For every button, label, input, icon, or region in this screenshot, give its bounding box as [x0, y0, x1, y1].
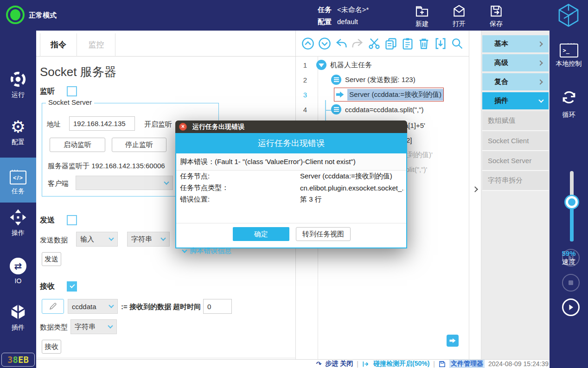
instruction-library-panel: 基本 高级 复合 插件 数组赋值 Socket Client Socket Se…: [481, 31, 550, 359]
sidebar-item-label: 操作: [0, 229, 36, 237]
mode-label: 正常模式: [29, 11, 57, 20]
local-control-button[interactable]: ···>_ 本地控制: [550, 44, 588, 68]
collapse-node-icon[interactable]: [316, 60, 326, 70]
delete-icon[interactable]: [417, 37, 430, 50]
move-up-icon[interactable]: [301, 37, 314, 50]
stop-button[interactable]: [562, 274, 580, 292]
sidebar-item-task[interactable]: ···</> 任务: [0, 158, 36, 203]
redo-icon[interactable]: [351, 37, 364, 50]
insert-node-icon[interactable]: [434, 37, 447, 50]
plugin-item-socket-server[interactable]: Socket Server: [482, 151, 549, 171]
jump-to-node-button[interactable]: [447, 335, 459, 347]
status-divider: |: [433, 360, 435, 368]
status-divider: |: [357, 360, 358, 368]
line-number: 4: [296, 106, 314, 114]
task-node-value: Server (ccddata:=接收到的值): [300, 172, 392, 181]
play-icon: [567, 304, 575, 311]
goto-task-view-button[interactable]: 转到任务视图: [296, 227, 351, 241]
pencil-icon: [49, 302, 57, 311]
panel-tabs: 指令 监控: [36, 33, 296, 57]
receive-checkbox[interactable]: [67, 281, 77, 292]
sidebar-item-config[interactable]: ⚙ 配置: [0, 115, 36, 155]
tree-row[interactable]: 4 ccddata=ccddata.split(","): [296, 102, 469, 117]
play-button[interactable]: [562, 298, 580, 316]
robot-status-icon[interactable]: [6, 6, 25, 24]
new-task-button[interactable]: 新建: [407, 3, 437, 28]
file-manager-icon: [439, 361, 446, 368]
speed-slider-thumb[interactable]: [566, 196, 578, 208]
open-task-button[interactable]: 打开: [444, 3, 474, 28]
send-button[interactable]: 发送: [42, 252, 61, 266]
timeout-input[interactable]: 0: [203, 299, 232, 314]
save-icon: [489, 4, 504, 19]
run-error-dialog: × 运行任务出现错误 运行任务出现错误 脚本错误：(Fault 1- "(cla…: [175, 121, 407, 248]
move-down-icon[interactable]: [318, 37, 331, 50]
receive-button[interactable]: 接收: [42, 340, 61, 354]
dialog-title-bar[interactable]: × 运行任务出现错误: [175, 121, 407, 133]
step-mode-status[interactable]: 步进 关闭: [325, 360, 353, 368]
chevron-down-icon: [164, 179, 169, 184]
sidebar-item-io[interactable]: ⇄ IO: [0, 254, 36, 294]
file-manager-link[interactable]: 文件管理器: [449, 360, 485, 368]
plugin-item-array-assign[interactable]: 数组赋值: [482, 111, 549, 131]
address-input[interactable]: 192.168.142.135: [69, 116, 135, 131]
dialog-buttons: 确定 转到任务视图: [176, 223, 406, 238]
dialog-window-title: 运行任务出现错误: [192, 123, 244, 131]
save-task-button[interactable]: 保存: [481, 3, 511, 28]
menu-node-icon: [331, 104, 341, 114]
send-checkbox[interactable]: [67, 215, 77, 225]
search-icon[interactable]: [451, 37, 464, 50]
tree-row-root[interactable]: 1 机器人主任务: [296, 57, 469, 72]
config-gear-icon: ⚙: [11, 119, 26, 135]
chevron-right-icon: [537, 41, 543, 46]
pointer-arrow-icon: [335, 90, 345, 99]
accordion-section-basic[interactable]: 基本: [482, 35, 549, 52]
send-label: 发送: [40, 216, 55, 225]
send-source-dropdown[interactable]: 输入: [76, 232, 118, 247]
step-next-button[interactable]: [562, 249, 580, 266]
accordion-section-compound[interactable]: 复合: [482, 73, 549, 90]
variable-dropdown[interactable]: ccddata: [68, 299, 118, 314]
section-label: 插件: [494, 96, 508, 105]
accordion-section-plugin[interactable]: 插件: [482, 92, 549, 109]
sidebar-item-jog[interactable]: 操作: [0, 206, 36, 246]
sidebar-item-plugin[interactable]: 插件: [0, 300, 36, 340]
plugin-item-string-split[interactable]: 字符串拆分: [482, 171, 549, 191]
script-error-detail-link[interactable]: 脚本错误信息: [183, 247, 231, 255]
stop-icon: [568, 279, 574, 286]
sidebar-item-label: 配置: [0, 138, 36, 146]
paste-icon[interactable]: [401, 37, 414, 50]
ok-button[interactable]: 确定: [233, 227, 289, 241]
copy-icon[interactable]: [384, 37, 397, 50]
sidebar-item-run[interactable]: 运行: [0, 68, 36, 108]
tab-instruction[interactable]: 指令: [40, 33, 77, 57]
tree-toolbar: [296, 31, 469, 57]
status-bar: ↷ 步进 关闭 | 碰撞检测开启(50%) | 文件管理器 2024-08-09…: [36, 359, 550, 368]
client-dropdown[interactable]: [76, 176, 173, 190]
cut-icon[interactable]: [368, 37, 381, 50]
loop-button[interactable]: 循环: [550, 88, 588, 119]
plugin-item-socket-client[interactable]: Socket Client: [482, 131, 549, 151]
collapse-chevron-icon[interactable]: [472, 186, 478, 192]
edit-variable-button[interactable]: [42, 299, 64, 314]
close-icon[interactable]: ×: [179, 123, 187, 131]
collision-status[interactable]: 碰撞检测开启(50%): [373, 360, 429, 368]
open-task-label: 打开: [444, 20, 474, 28]
group-title: Socket Server: [46, 98, 94, 106]
datatype-label: 数据类型: [40, 323, 68, 332]
datatype-dropdown[interactable]: 字符串: [70, 319, 117, 334]
undo-icon[interactable]: [335, 37, 348, 50]
tree-node-label: 机器人主任务: [330, 61, 372, 70]
accordion-section-advanced[interactable]: 高级: [482, 54, 549, 71]
config-value: default: [337, 18, 358, 25]
send-type-dropdown[interactable]: 字符串: [127, 232, 170, 247]
task-name-value: <未命名>*: [337, 6, 369, 13]
listen-checkbox[interactable]: [67, 86, 77, 96]
tree-row[interactable]: 2 Server (发送数据: 123): [296, 72, 469, 87]
save-task-label: 保存: [481, 20, 511, 28]
local-control-label: 本地控制: [550, 60, 588, 68]
tab-monitor[interactable]: 监控: [77, 33, 115, 57]
tree-row-selected[interactable]: 3 Server (ccddata:=接收到的值): [296, 87, 469, 102]
stop-listen-button[interactable]: 停止监听: [112, 138, 166, 152]
start-listen-button[interactable]: 启动监听: [50, 138, 105, 152]
